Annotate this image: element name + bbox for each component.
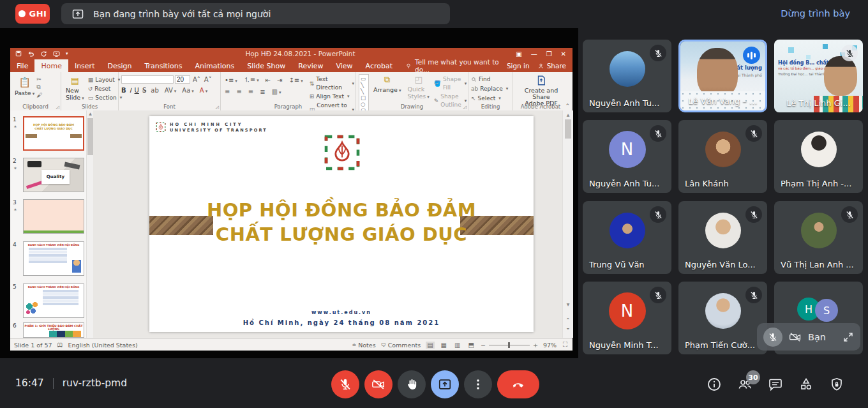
- present-button[interactable]: [431, 370, 459, 398]
- mic-toggle-button[interactable]: [331, 370, 359, 398]
- numbering-button[interactable]: ⒈≡: [243, 75, 260, 84]
- clipboard-dialog-launcher[interactable]: ◿: [56, 105, 59, 110]
- line-spacing-icon[interactable]: ↕≡: [287, 77, 304, 84]
- drawing-dialog-launcher[interactable]: ◿: [463, 105, 467, 110]
- participant-tile[interactable]: Phạm Thị Anh -...: [774, 120, 863, 193]
- create-pdf-button[interactable]: Create and ShareAdobe PDF: [516, 74, 567, 107]
- paste-button[interactable]: 📋 Paste: [13, 74, 36, 98]
- ppt-tab-file[interactable]: File: [10, 59, 34, 72]
- current-slide[interactable]: HO CHI MINH CITY UNIVERSITY OF TRANSPORT…: [149, 116, 534, 332]
- slideshow-view-icon[interactable]: ⬒: [467, 342, 475, 349]
- ppt-tab-animations[interactable]: Animations: [188, 59, 241, 72]
- normal-view-icon[interactable]: ▤: [426, 342, 434, 349]
- participant-tile[interactable]: NNguyễn Minh T...: [583, 282, 671, 354]
- ppt-tab-home[interactable]: Home: [34, 59, 68, 72]
- ppt-tab-transitions[interactable]: Transitions: [138, 59, 188, 72]
- expand-icon[interactable]: [842, 331, 854, 343]
- strikethrough-button[interactable]: S: [142, 87, 146, 94]
- arrange-button[interactable]: ⧉ Arrange: [371, 74, 403, 94]
- slide-thumbnail-6[interactable]: PHẦN 1: GIỚI THIỆU BẢO ĐẢM CHẤT LƯỢNG: [23, 322, 84, 338]
- participant-tile[interactable]: Lân Khánh: [678, 120, 767, 193]
- close-icon[interactable]: ✕: [561, 50, 566, 57]
- increase-font-icon[interactable]: A˄: [191, 76, 202, 83]
- align-left-icon[interactable]: ≡: [223, 88, 231, 95]
- change-case-button[interactable]: Aa: [181, 87, 195, 94]
- share-button[interactable]: Share: [537, 62, 566, 70]
- slide-area-scrollbar[interactable]: ▲ ▼ ⏶ ⏷: [562, 110, 573, 338]
- scroll-up-icon[interactable]: ▲: [563, 112, 573, 117]
- format-painter-icon[interactable]: 🖌: [36, 92, 42, 98]
- activities-button[interactable]: [798, 377, 814, 392]
- scroll-down-icon[interactable]: ▼: [563, 302, 573, 306]
- undo-icon[interactable]: [27, 50, 34, 57]
- font-color-button[interactable]: A: [198, 87, 209, 94]
- customize-qat-icon[interactable]: ▾: [66, 51, 68, 56]
- underline-button[interactable]: U: [135, 87, 139, 94]
- text-shadow-button[interactable]: ab: [149, 87, 160, 94]
- previous-slide-icon[interactable]: ⏶: [563, 316, 573, 321]
- slide-sorter-view-icon[interactable]: ▦: [440, 342, 448, 349]
- slide-thumbnail-4[interactable]: DANH SÁCH THÀNH VIÊN HỘI ĐỒNG: [23, 241, 84, 276]
- bullets-button[interactable]: •≡: [223, 77, 239, 84]
- camera-toggle-button[interactable]: [364, 370, 393, 398]
- ppt-tab-view[interactable]: View: [329, 59, 359, 72]
- show-everyone-button[interactable]: 30: [737, 377, 752, 392]
- minimize-icon[interactable]: —: [531, 50, 537, 57]
- ppt-tab-acrobat[interactable]: Acrobat: [359, 59, 399, 72]
- meeting-details-button[interactable]: [707, 377, 722, 392]
- save-icon[interactable]: [15, 50, 22, 57]
- fit-to-window-icon[interactable]: ⛶: [562, 341, 569, 349]
- increase-indent-icon[interactable]: ⇥: [276, 77, 283, 84]
- stop-presenting-link[interactable]: Dừng trình bày: [781, 8, 850, 19]
- redo-icon[interactable]: [40, 50, 47, 57]
- align-center-icon[interactable]: ≡: [235, 88, 243, 95]
- quick-access-toolbar[interactable]: ▾: [10, 50, 130, 57]
- decrease-font-icon[interactable]: A˅: [203, 76, 213, 83]
- ppt-tab-slide-show[interactable]: Slide Show: [241, 59, 292, 72]
- zoom-slider[interactable]: −+: [481, 342, 538, 349]
- tell-me-box[interactable]: Tell me what you want to do...: [405, 58, 507, 73]
- columns-icon[interactable]: ▥: [271, 88, 283, 95]
- slide-thumbnail-5[interactable]: DANH SÁCH THÀNH VIÊN HỘI ĐỒNG: [23, 283, 84, 318]
- shape-fill-button[interactable]: 🪣Shape Fill: [434, 75, 467, 92]
- justify-icon[interactable]: ≣: [258, 88, 266, 95]
- find-button[interactable]: Find: [471, 75, 511, 84]
- raise-hand-button[interactable]: [398, 370, 426, 398]
- participant-tile[interactable]: Vũ Thị Lan Anh ...: [774, 201, 863, 274]
- language-indicator[interactable]: English (United States): [68, 342, 138, 349]
- restore-icon[interactable]: ❐: [546, 50, 552, 57]
- copy-icon[interactable]: ⧉: [36, 84, 42, 91]
- more-options-button[interactable]: [464, 370, 492, 398]
- layout-button[interactable]: ▦Layout: [88, 76, 122, 84]
- slide-thumbnail-2[interactable]: Quality: [23, 158, 84, 192]
- italic-button[interactable]: I: [130, 87, 131, 94]
- ppt-tab-insert[interactable]: Insert: [68, 59, 101, 72]
- font-size-input[interactable]: [175, 75, 190, 84]
- zoom-level[interactable]: 97%: [543, 342, 557, 349]
- text-direction-button[interactable]: ⇅Text Direction: [310, 75, 354, 92]
- character-spacing-button[interactable]: AV: [163, 87, 178, 94]
- next-slide-icon[interactable]: ⏷: [563, 326, 573, 331]
- font-dialog-launcher[interactable]: ◿: [216, 105, 219, 110]
- sign-in-link[interactable]: Sign in: [507, 62, 530, 70]
- ppt-tab-design[interactable]: Design: [101, 59, 138, 72]
- replace-button[interactable]: abReplace: [471, 85, 511, 93]
- participant-tile[interactable]: Nguyễn Anh Tu...: [583, 40, 671, 112]
- slide-thumbnail-3[interactable]: CHƯƠNG TRÌNH: [23, 199, 84, 234]
- self-mic-off-button[interactable]: [763, 328, 782, 347]
- chat-button[interactable]: [768, 377, 783, 392]
- reading-view-icon[interactable]: ▥: [453, 342, 461, 349]
- decrease-indent-icon[interactable]: ⇤: [264, 77, 272, 84]
- participant-tile[interactable]: Phạm Tiến Cườ...: [678, 282, 767, 354]
- bold-button[interactable]: B: [121, 87, 126, 94]
- participant-tile[interactable]: Trung Vũ Văn: [583, 201, 671, 274]
- new-slide-button[interactable]: ▤ New Slide: [64, 74, 86, 102]
- notes-button[interactable]: ≐Notes: [352, 342, 375, 349]
- ppt-tab-review[interactable]: Review: [292, 59, 329, 72]
- participant-tile[interactable]: Nguyễn Văn Lo...: [678, 201, 767, 274]
- slide-thumbnail-1[interactable]: HỌP HỘI ĐỒNG BẢO ĐẢMCHẤT LƯỢNG GIÁO DỤC: [23, 116, 84, 151]
- host-controls-button[interactable]: [829, 377, 844, 392]
- start-slideshow-icon[interactable]: [53, 50, 60, 57]
- quick-styles-button[interactable]: ◰ Quick Styles: [405, 74, 431, 100]
- font-name-input[interactable]: [121, 75, 174, 84]
